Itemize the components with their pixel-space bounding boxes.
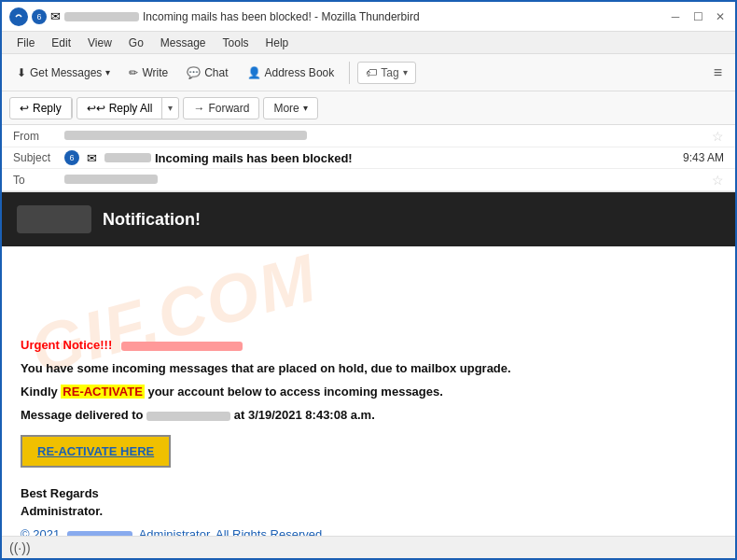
- menu-go[interactable]: Go: [121, 35, 151, 51]
- to-label: To: [13, 174, 64, 187]
- to-value: [64, 174, 712, 187]
- window-title: Incoming mails has been blocked! - Mozil…: [143, 10, 668, 23]
- reply-all-icon: ↩↩: [87, 102, 105, 115]
- menu-tools[interactable]: Tools: [216, 35, 257, 51]
- reply-all-button[interactable]: ↩↩ Reply All: [77, 98, 163, 119]
- urgent-notice: Urgent Notice!!!: [21, 338, 716, 352]
- window-controls: ─ ☐ ✕: [668, 9, 728, 24]
- hamburger-menu[interactable]: ≡: [708, 61, 728, 85]
- to-star-icon[interactable]: ☆: [712, 173, 724, 188]
- copyright-text: © 2021 Administrator. All Rights Reserve…: [21, 527, 716, 536]
- forward-button[interactable]: → Forward: [183, 97, 259, 119]
- statusbar: ((·)): [2, 536, 735, 558]
- tag-dropdown[interactable]: 🏷 Tag ▾: [357, 62, 415, 84]
- from-label: From: [13, 130, 64, 143]
- signal-icon: ((·)): [9, 540, 31, 555]
- get-messages-icon: ⬇: [17, 66, 26, 79]
- address-book-button[interactable]: 👤 Address Book: [240, 63, 342, 83]
- reply-button[interactable]: ↩ Reply: [10, 98, 72, 119]
- reactivate-highlight: RE-ACTIVATE: [61, 385, 144, 399]
- reply-icon: ↩: [20, 102, 29, 115]
- menu-file[interactable]: File: [9, 35, 42, 51]
- more-arrow: ▾: [303, 103, 308, 113]
- reply-split-button[interactable]: ↩ Reply: [9, 97, 73, 119]
- subject-envelope-icon: ✉: [87, 151, 97, 165]
- regards-text: Best Regards: [21, 486, 716, 500]
- write-icon: ✏: [129, 66, 138, 79]
- menu-view[interactable]: View: [80, 35, 119, 51]
- main-toolbar: ⬇ Get Messages ▾ ✏ Write 💬 Chat 👤 Addres…: [2, 54, 735, 91]
- menu-help[interactable]: Help: [258, 35, 297, 51]
- toolbar-separator: [349, 62, 350, 84]
- email-header: From ☆ Subject 6 ✉ Incoming mails has be…: [2, 125, 735, 192]
- star-icon[interactable]: ☆: [712, 129, 724, 144]
- email-time: 9:43 AM: [683, 151, 724, 164]
- email-content: GIF.COM Urgent Notice!!! You have some i…: [2, 246, 735, 536]
- subject-row: Subject 6 ✉ Incoming mails has been bloc…: [2, 147, 735, 169]
- svg-point-0: [13, 11, 24, 22]
- more-button[interactable]: More ▾: [263, 97, 317, 119]
- copyright-domain-blur: [67, 531, 132, 536]
- chat-button[interactable]: 💬 Chat: [179, 63, 235, 83]
- notification-logo: [17, 205, 91, 233]
- menu-message[interactable]: Message: [153, 35, 214, 51]
- from-value: [64, 130, 712, 143]
- maximize-button[interactable]: ☐: [690, 9, 705, 24]
- notification-header: Notification!: [2, 192, 735, 246]
- subject-text: Incoming mails has been blocked!: [155, 151, 353, 165]
- subject-label: Subject: [13, 151, 64, 164]
- notification-title: Notification!: [103, 210, 201, 230]
- tag-arrow: ▾: [403, 67, 408, 77]
- forward-icon: →: [193, 102, 204, 115]
- titlebar: 6 ✉ Incoming mails has been blocked! - M…: [2, 2, 735, 32]
- email-body: Notification! GIF.COM Urgent Notice!!! Y…: [2, 192, 735, 536]
- body-paragraph-3: Message delivered to at 3/19/2021 8:43:0…: [21, 408, 716, 422]
- from-address-blurred: [64, 131, 307, 140]
- menubar: File Edit View Go Message Tools Help: [2, 32, 735, 54]
- tag-icon: 🏷: [366, 66, 377, 79]
- subject-blur: [104, 153, 151, 162]
- address-book-icon: 👤: [247, 66, 261, 79]
- close-button[interactable]: ✕: [713, 9, 728, 24]
- reactivate-button[interactable]: RE-ACTIVATE HERE: [21, 435, 171, 468]
- get-messages-button[interactable]: ⬇ Get Messages ▾: [9, 63, 118, 83]
- from-row: From ☆: [2, 125, 735, 147]
- body-paragraph-2: Kindly RE-ACTIVATE your account below to…: [21, 385, 716, 399]
- write-button[interactable]: ✏ Write: [121, 63, 175, 83]
- thunderbird-logo: [9, 7, 28, 26]
- badge-count: 6: [32, 9, 47, 24]
- reply-all-split-button[interactable]: ↩↩ Reply All ▾: [76, 97, 180, 119]
- main-window: 6 ✉ Incoming mails has been blocked! - M…: [0, 0, 737, 560]
- reply-all-dropdown[interactable]: ▾: [162, 98, 178, 119]
- delivery-address-blur: [146, 412, 230, 421]
- to-row: To ☆: [2, 169, 735, 191]
- urgent-address-blur: [121, 342, 243, 351]
- menu-edit[interactable]: Edit: [44, 35, 78, 51]
- body-paragraph-1: You have some incoming messages that are…: [21, 361, 716, 375]
- admin-text: Administrator.: [21, 504, 716, 518]
- from-address-blur: [64, 12, 139, 21]
- chat-icon: 💬: [187, 66, 201, 79]
- get-messages-arrow: ▾: [105, 67, 110, 77]
- subject-badge: 6: [64, 150, 79, 165]
- minimize-button[interactable]: ─: [668, 9, 683, 24]
- action-toolbar: ↩ Reply ↩↩ Reply All ▾ → Forward More ▾: [2, 91, 735, 125]
- to-address-blurred: [64, 175, 158, 184]
- envelope-icon: ✉: [50, 9, 61, 23]
